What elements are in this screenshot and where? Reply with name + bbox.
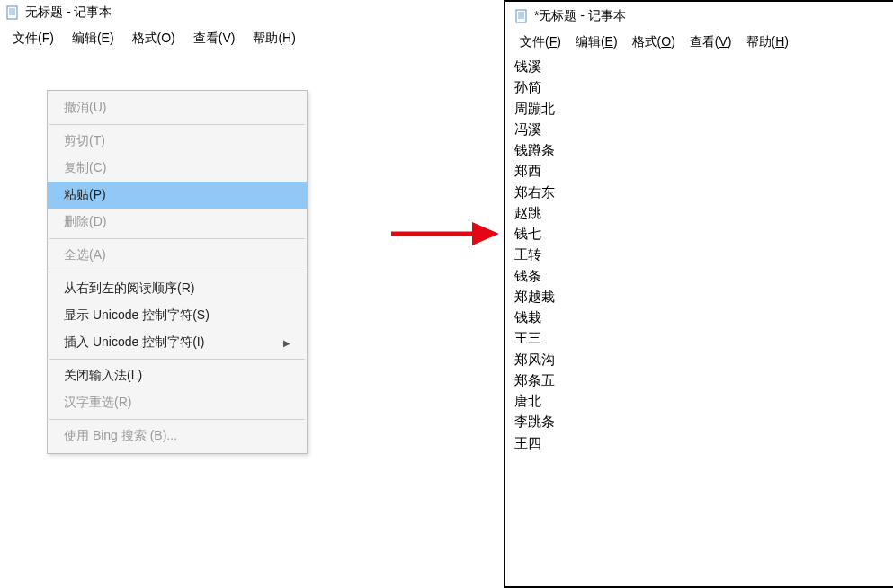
ctx-cut-label: 剪切(T) [64, 133, 105, 149]
ctx-insert-unicode[interactable]: 插入 Unicode 控制字符(I) ▶ [48, 329, 307, 356]
ctx-close-ime[interactable]: 关闭输入法(L) [48, 362, 307, 389]
edit-context-menu: 撤消(U) 剪切(T) 复制(C) 粘贴(P) 删除(D) 全选(A) 从右到左… [47, 90, 308, 454]
right-notepad-window: *无标题 - 记事本 文件(F) 编辑(E) 格式(O) 查看(V) 帮助(H)… [504, 0, 893, 588]
ctx-close-ime-label: 关闭输入法(L) [64, 368, 142, 384]
ctx-reconvert[interactable]: 汉字重选(R) [48, 389, 307, 416]
left-notepad-window: 无标题 - 记事本 文件(F) 编辑(E) 格式(O) 查看(V) 帮助(H) … [0, 0, 504, 588]
ctx-bing-search[interactable]: 使用 Bing 搜索 (B)... [48, 423, 307, 450]
ctx-reconvert-label: 汉字重选(R) [64, 395, 131, 411]
ctx-rtl[interactable]: 从右到左的阅读顺序(R) [48, 275, 307, 302]
ctx-cut[interactable]: 剪切(T) [48, 128, 307, 155]
ctx-select-all-label: 全选(A) [64, 247, 106, 263]
titlebar-right: *无标题 - 记事本 [509, 4, 889, 29]
menu-view[interactable]: 查看(V) [184, 29, 245, 49]
ctx-delete[interactable]: 删除(D) [48, 209, 307, 236]
ctx-copy[interactable]: 复制(C) [48, 155, 307, 182]
arrow-icon [387, 211, 504, 256]
ctx-select-all[interactable]: 全选(A) [48, 242, 307, 269]
ctx-undo[interactable]: 撤消(U) [48, 94, 307, 121]
notepad-icon [5, 5, 20, 20]
svg-marker-6 [472, 222, 499, 245]
text-content[interactable]: 钱溪 孙简 周蹦北 冯溪 钱蹲条 郑西 郑右东 赵跳 钱七 王转 钱条 郑越栽 … [509, 56, 889, 453]
menubar-left: 文件(F) 编辑(E) 格式(O) 查看(V) 帮助(H) [0, 25, 504, 52]
menu-help[interactable]: 帮助(H) [739, 32, 796, 52]
ctx-separator [49, 359, 305, 360]
ctx-separator [49, 419, 305, 420]
ctx-delete-label: 删除(D) [64, 214, 106, 230]
ctx-copy-label: 复制(C) [64, 160, 106, 176]
menu-file[interactable]: 文件(F) [4, 29, 63, 49]
menu-format[interactable]: 格式(O) [625, 32, 683, 52]
submenu-arrow-icon: ▶ [283, 338, 290, 348]
menu-edit[interactable]: 编辑(E) [63, 29, 123, 49]
menu-help[interactable]: 帮助(H) [244, 29, 304, 49]
titlebar-left: 无标题 - 记事本 [0, 0, 504, 25]
ctx-separator [49, 272, 305, 272]
window-title-right: *无标题 - 记事本 [534, 8, 626, 24]
ctx-undo-label: 撤消(U) [64, 100, 106, 116]
menu-format[interactable]: 格式(O) [123, 29, 184, 49]
menu-view[interactable]: 查看(V) [683, 32, 739, 52]
ctx-show-unicode-label: 显示 Unicode 控制字符(S) [64, 307, 210, 324]
menu-edit[interactable]: 编辑(E) [568, 32, 625, 52]
ctx-paste[interactable]: 粘贴(P) [48, 182, 307, 209]
ctx-paste-label: 粘贴(P) [64, 187, 106, 203]
ctx-insert-unicode-label: 插入 Unicode 控制字符(I) [64, 334, 204, 351]
ctx-show-unicode[interactable]: 显示 Unicode 控制字符(S) [48, 302, 307, 329]
menu-file[interactable]: 文件(F) [513, 32, 568, 52]
ctx-bing-search-label: 使用 Bing 搜索 (B)... [64, 428, 177, 444]
menubar-right: 文件(F) 编辑(E) 格式(O) 查看(V) 帮助(H) [509, 29, 889, 56]
ctx-separator [49, 124, 305, 125]
ctx-separator [49, 238, 305, 239]
notepad-icon [514, 9, 529, 23]
window-title-left: 无标题 - 记事本 [25, 4, 112, 21]
ctx-rtl-label: 从右到左的阅读顺序(R) [64, 281, 194, 297]
